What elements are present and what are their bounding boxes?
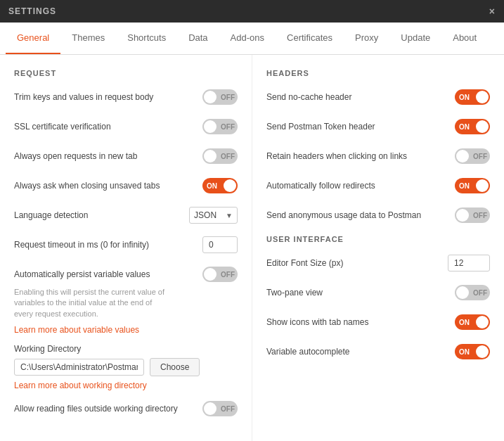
- ssl-cert-row: SSL certificate verification OFF: [14, 117, 238, 136]
- close-button[interactable]: ×: [489, 6, 496, 17]
- persist-vars-toggle[interactable]: OFF: [202, 267, 238, 282]
- follow-redirects-row: Automatically follow redirects ON: [266, 176, 490, 196]
- anonymous-usage-label: Send anonymous usage data to Postman: [266, 210, 455, 220]
- anonymous-usage-toggle-label: OFF: [473, 212, 487, 219]
- trim-keys-row: Trim keys and values in request body OFF: [14, 87, 238, 107]
- persist-vars-row: Automatically persist variable values OF…: [14, 264, 238, 284]
- settings-title: SETTINGS: [8, 6, 56, 16]
- postman-token-toggle-label: ON: [459, 123, 470, 131]
- follow-redirects-toggle-label: ON: [459, 182, 470, 190]
- two-pane-label: Two-pane view: [266, 288, 455, 298]
- chevron-down-icon: ▼: [221, 209, 237, 222]
- working-dir-label-row: Working Directory: [14, 343, 238, 354]
- tab-bar: General Themes Shortcuts Data Add-ons Ce…: [0, 23, 504, 55]
- language-detection-row: Language detection JSON XML Auto ▼: [14, 205, 238, 225]
- trim-keys-label: Trim keys and values in request body: [14, 92, 202, 102]
- working-dir-input-row: Choose: [14, 358, 238, 376]
- postman-token-toggle[interactable]: ON: [455, 119, 490, 134]
- persist-vars-label: Automatically persist variable values: [14, 269, 202, 279]
- postman-token-row: Send Postman Token header ON: [266, 117, 490, 136]
- choose-button[interactable]: Choose: [150, 358, 200, 376]
- tab-addons[interactable]: Add-ons: [219, 23, 276, 54]
- two-pane-toggle-label: OFF: [473, 289, 487, 297]
- ui-section-title: USER INTERFACE: [266, 235, 490, 243]
- learn-more-working-dir-link[interactable]: Learn more about working directory: [14, 381, 238, 390]
- trim-keys-toggle-label: OFF: [221, 94, 235, 101]
- retain-headers-row: Retain headers when clicking on links OF…: [266, 146, 490, 166]
- editor-font-size-input[interactable]: [448, 255, 490, 271]
- variable-autocomplete-label: Variable autocomplete: [266, 347, 455, 357]
- show-icons-row: Show icons with tab names ON: [266, 312, 490, 332]
- tab-shortcuts[interactable]: Shortcuts: [116, 23, 177, 54]
- language-detection-select[interactable]: JSON XML Auto: [190, 207, 221, 223]
- follow-redirects-toggle[interactable]: ON: [455, 178, 490, 193]
- always-ask-toggle[interactable]: ON: [202, 178, 238, 193]
- anonymous-usage-row: Send anonymous usage data to Postman OFF: [266, 205, 490, 225]
- left-column: REQUEST Trim keys and values in request …: [0, 55, 252, 441]
- tab-general[interactable]: General: [6, 23, 60, 54]
- right-column: HEADERS Send no-cache header ON Send Pos…: [252, 55, 504, 441]
- no-cache-row: Send no-cache header ON: [266, 87, 490, 107]
- allow-reading-toggle-label: OFF: [221, 405, 235, 413]
- no-cache-label: Send no-cache header: [266, 92, 455, 102]
- request-timeout-input[interactable]: [202, 236, 238, 253]
- anonymous-usage-toggle[interactable]: OFF: [455, 207, 490, 223]
- request-timeout-row: Request timeout in ms (0 for infinity): [14, 235, 238, 255]
- persist-vars-toggle-label: OFF: [221, 271, 235, 279]
- ssl-cert-label: SSL certificate verification: [14, 122, 202, 132]
- retain-headers-toggle-label: OFF: [473, 153, 487, 160]
- editor-font-size-label: Editor Font Size (px): [266, 258, 448, 268]
- working-dir-label: Working Directory: [14, 344, 88, 354]
- new-tab-row: Always open requests in new tab OFF: [14, 146, 238, 166]
- show-icons-toggle-label: ON: [459, 319, 470, 326]
- allow-reading-label: Allow reading files outside working dire…: [14, 404, 202, 414]
- tab-about[interactable]: About: [441, 23, 488, 54]
- request-timeout-label: Request timeout in ms (0 for infinity): [14, 240, 202, 250]
- always-ask-label: Always ask when closing unsaved tabs: [14, 181, 202, 191]
- postman-token-label: Send Postman Token header: [266, 122, 455, 132]
- tab-update[interactable]: Update: [389, 23, 441, 54]
- editor-font-size-row: Editor Font Size (px): [266, 253, 490, 273]
- new-tab-toggle-label: OFF: [221, 153, 235, 160]
- variable-autocomplete-row: Variable autocomplete ON: [266, 342, 490, 362]
- new-tab-toggle[interactable]: OFF: [202, 148, 238, 164]
- no-cache-toggle[interactable]: ON: [455, 89, 490, 105]
- always-ask-toggle-label: ON: [207, 182, 217, 190]
- two-pane-toggle[interactable]: OFF: [455, 285, 490, 300]
- ssl-cert-toggle[interactable]: OFF: [202, 119, 238, 134]
- trim-keys-toggle[interactable]: OFF: [202, 89, 238, 105]
- new-tab-label: Always open requests in new tab: [14, 151, 202, 161]
- no-cache-toggle-label: ON: [459, 94, 470, 101]
- two-pane-row: Two-pane view OFF: [266, 283, 490, 302]
- show-icons-label: Show icons with tab names: [266, 317, 455, 327]
- allow-reading-row: Allow reading files outside working dire…: [14, 399, 238, 418]
- tab-proxy[interactable]: Proxy: [344, 23, 389, 54]
- retain-headers-label: Retain headers when clicking on links: [266, 151, 455, 161]
- follow-redirects-label: Automatically follow redirects: [266, 181, 455, 191]
- tab-themes[interactable]: Themes: [60, 23, 116, 54]
- persist-vars-description: Enabling this will persist the current v…: [14, 287, 238, 319]
- learn-more-variables-link[interactable]: Learn more about variable values: [14, 325, 238, 335]
- tab-certificates[interactable]: Certificates: [276, 23, 344, 54]
- request-section-title: REQUEST: [14, 69, 238, 77]
- allow-reading-toggle[interactable]: OFF: [202, 401, 238, 416]
- tab-data[interactable]: Data: [177, 23, 219, 54]
- always-ask-row: Always ask when closing unsaved tabs ON: [14, 176, 238, 196]
- variable-autocomplete-toggle[interactable]: ON: [455, 344, 490, 359]
- show-icons-toggle[interactable]: ON: [455, 314, 490, 330]
- headers-section-title: HEADERS: [266, 69, 490, 77]
- language-detection-label: Language detection: [14, 210, 189, 220]
- retain-headers-toggle[interactable]: OFF: [455, 148, 490, 164]
- language-detection-select-wrapper: JSON XML Auto ▼: [189, 207, 238, 224]
- variable-autocomplete-toggle-label: ON: [459, 348, 470, 356]
- working-dir-input[interactable]: [14, 359, 144, 376]
- ssl-cert-toggle-label: OFF: [221, 123, 235, 131]
